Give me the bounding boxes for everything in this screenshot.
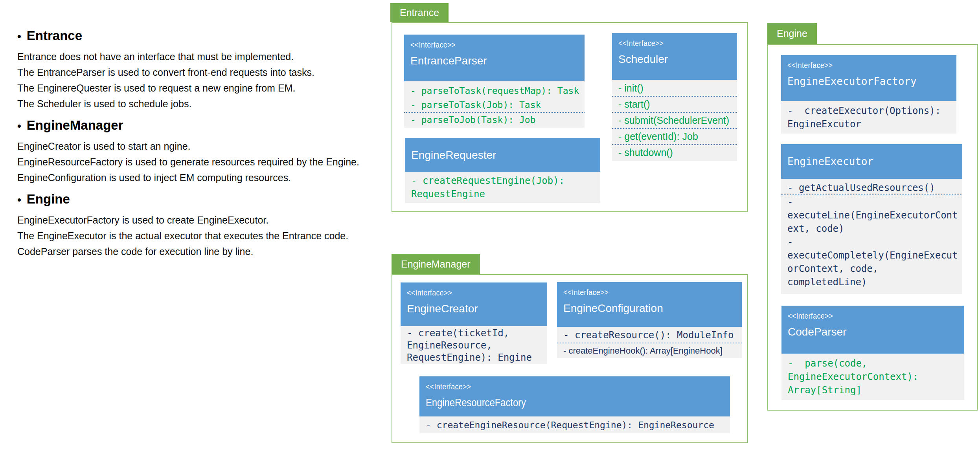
method-item: - parse(code, EngineExecutorContext): Ar… — [781, 357, 964, 397]
code-parser-header: <<Interface>> CodeParser — [781, 306, 964, 354]
engine-manager-group-label: EngineManager — [401, 259, 471, 270]
engine-resource-factory-header: <<Interface>> EngineResourceFactory — [419, 376, 730, 416]
stereotype-label: <<Interface>> — [410, 40, 558, 50]
engine-executor-factory-methods: - createExecutor(Options): EngineExcutor — [781, 101, 956, 134]
interface-box-scheduler: <<Interface>> Scheduler - init() - start… — [612, 33, 737, 161]
stereotype-label: <<Interface>> — [407, 288, 525, 297]
notes-line: EngineResourceFactory is used to generat… — [17, 154, 383, 170]
notes-line: Entrance does not have an interface that… — [17, 49, 383, 64]
method-item: - createEngineResource(RequestEngine): E… — [419, 419, 730, 431]
method-item: - getActualUsedResources() — [781, 181, 962, 194]
interface-box-engine-resource-factory: <<Interface>> EngineResourceFactory - cr… — [419, 376, 730, 433]
stereotype-label: <<Interface>> — [563, 288, 715, 297]
notes-heading-text: Engine — [27, 192, 70, 206]
method-item: - createEngineHook(): Array[EngineHook] — [557, 343, 742, 358]
engine-creator-header: <<Interface>> EngineCreator — [401, 282, 547, 326]
notes-line: EngineCreator is used to start an ngine. — [17, 138, 383, 154]
bullet-icon: • — [17, 30, 21, 42]
notes-heading-engine-manager: •EngineManager — [17, 117, 383, 134]
box-title: EntranceParser — [410, 54, 578, 68]
method-item: - get(eventId): Job — [612, 128, 737, 144]
method-item: - submit(SchedulerEvent) — [612, 112, 737, 128]
entrance-group-label: Entrance — [400, 7, 439, 18]
method-item: - start() — [612, 96, 737, 112]
method-item: - parseToTask(Job): Task — [404, 98, 585, 112]
method-item: - createResource(): ModuleInfo — [557, 328, 742, 343]
stereotype-label: <<Interface>> — [618, 39, 717, 48]
method-item: - executeLine(EngineExecutorContext, cod… — [781, 194, 962, 235]
engine-requester-header: EngineRequester — [405, 138, 600, 172]
box-title: EngineExecutor — [787, 155, 873, 168]
stereotype-label: <<Interface>> — [426, 382, 688, 391]
box-title: EngineConfiguration — [563, 302, 735, 315]
engine-resource-factory-methods: - createEngineResource(RequestEngine): E… — [419, 416, 730, 433]
notes-heading-entrance: •Entrance — [17, 28, 383, 45]
stereotype-label: <<Interface>> — [787, 61, 930, 70]
notes-line: EngineExecutorFactory is used to create … — [17, 212, 383, 228]
notes-line: CodeParser parses the code for execution… — [17, 244, 383, 259]
box-title: Scheduler — [618, 53, 731, 66]
method-item: - init() — [612, 81, 737, 96]
interface-box-engine-configuration: <<Interface>> EngineConfiguration - crea… — [557, 282, 742, 358]
scheduler-header: <<Interface>> Scheduler — [612, 33, 737, 80]
box-title: CodeParser — [788, 325, 958, 339]
engine-executor-header: EngineExecutor — [781, 144, 962, 179]
box-title: EngineCreator — [407, 302, 541, 315]
engine-executor-methods: - getActualUsedResources() - executeLine… — [781, 179, 962, 294]
scheduler-methods: - init() - start() - submit(SchedulerEve… — [612, 80, 737, 161]
notes-heading-text: EngineManager — [27, 118, 123, 132]
interface-box-entrance-parser: <<Interface>> EntranceParser - parseToTa… — [404, 35, 585, 128]
class-box-engine-requester: EngineRequester - createRequestEngine(Jo… — [405, 138, 600, 203]
notes-panel: •Entrance Entrance does not have an inte… — [17, 28, 383, 259]
engine-requester-methods: - createRequestEngine(Job): RequestEngin… — [405, 172, 600, 203]
interface-box-engine-executor-factory: <<Interface>> EngineExecutorFactory - cr… — [781, 55, 956, 134]
code-parser-methods: - parse(code, EngineExecutorContext): Ar… — [781, 354, 964, 400]
engine-creator-methods: - create(ticketId, EngineResource, Reque… — [401, 326, 547, 364]
engine-group-label: Engine — [777, 28, 807, 39]
engine-executor-factory-header: <<Interface>> EngineExecutorFactory — [781, 55, 956, 101]
class-box-engine-executor: EngineExecutor - getActualUsedResources(… — [781, 144, 962, 294]
notes-line: EngineConfiguration is used to inject EM… — [17, 170, 383, 185]
box-title: EngineRequester — [411, 149, 496, 162]
notes-line: The Scheduler is used to schedule jobs. — [17, 96, 383, 112]
method-item: - create(ticketId, EngineResource, Reque… — [401, 327, 547, 364]
bullet-icon: • — [17, 194, 21, 206]
engine-configuration-methods: - createResource(): ModuleInfo - createE… — [557, 327, 742, 358]
method-item: - executeCompletely(EngineExecutorContex… — [781, 235, 962, 289]
entrance-group-tag: Entrance — [390, 3, 449, 22]
entrance-parser-header: <<Interface>> EntranceParser — [404, 35, 585, 81]
box-title: EngineExecutorFactory — [787, 75, 950, 88]
engine-configuration-header: <<Interface>> EngineConfiguration — [557, 282, 742, 327]
method-item: - parseToJob(Task): Job — [404, 112, 585, 127]
entrance-parser-methods: - parseToTask(requestMap): Task - parseT… — [404, 81, 585, 128]
notes-heading-engine: •Engine — [17, 191, 383, 208]
notes-line: The EnginereQuester is used to request a… — [17, 80, 383, 96]
notes-line: The EngineExecutor is the actual executo… — [17, 228, 383, 244]
engine-manager-group-tag: EngineManager — [392, 254, 480, 274]
method-item: - createExecutor(Options): EngineExcutor — [781, 104, 956, 131]
method-item: - shutdown() — [612, 144, 737, 160]
notes-heading-text: Entrance — [27, 28, 82, 43]
notes-line: The EntranceParser is used to convert fr… — [17, 64, 383, 80]
interface-box-code-parser: <<Interface>> CodeParser - parse(code, E… — [781, 306, 964, 400]
method-item: - createRequestEngine(Job): RequestEngin… — [405, 174, 600, 201]
bullet-icon: • — [17, 120, 21, 132]
engine-group-tag: Engine — [767, 23, 817, 44]
stereotype-label: <<Interface>> — [788, 311, 938, 321]
method-item: - parseToTask(requestMap): Task — [404, 84, 585, 98]
box-title: EngineResourceFactory — [426, 396, 688, 409]
interface-box-engine-creator: <<Interface>> EngineCreator - create(tic… — [401, 282, 547, 364]
